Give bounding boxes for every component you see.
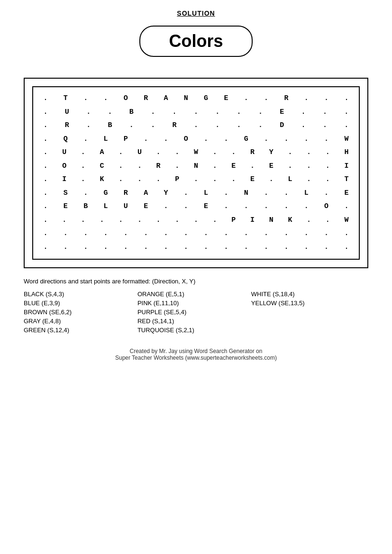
grid-cell: E bbox=[225, 160, 242, 173]
grid-cell: N bbox=[263, 214, 280, 227]
grid-cell: . bbox=[37, 187, 54, 200]
grid-cell: . bbox=[150, 173, 167, 187]
grid-cell: . bbox=[338, 227, 355, 241]
grid-row: .T..ORANGE..R... bbox=[37, 92, 355, 106]
grid-cell: . bbox=[169, 146, 186, 160]
grid-cell: . bbox=[80, 106, 97, 119]
grid-cell: . bbox=[263, 173, 280, 187]
grid-cell: G bbox=[97, 187, 114, 200]
grid-cell: . bbox=[112, 160, 129, 173]
grid-cell: . bbox=[131, 160, 148, 173]
grid-cell: O bbox=[177, 133, 194, 146]
grid-row: .S.GRAY.L.N..L.E bbox=[37, 187, 355, 200]
title-box: Colors bbox=[139, 26, 252, 57]
grid-cell: . bbox=[319, 214, 336, 227]
grid-cell: . bbox=[74, 173, 91, 187]
grid-cell: . bbox=[169, 214, 186, 227]
grid-cell: P bbox=[117, 133, 134, 146]
grid-cell: . bbox=[77, 92, 94, 106]
grid-cell: . bbox=[282, 146, 299, 160]
grid-cell: . bbox=[318, 133, 335, 146]
grid-cell: T bbox=[57, 92, 74, 106]
word-item: BLACK (S,4,3) bbox=[24, 291, 137, 298]
grid-cell: . bbox=[188, 214, 205, 227]
grid-cell: . bbox=[112, 173, 129, 187]
grid-cell: . bbox=[198, 133, 215, 146]
grid-cell: N bbox=[237, 187, 255, 200]
grid-cell: . bbox=[218, 200, 235, 214]
grid-cell: . bbox=[316, 119, 333, 133]
grid-cell: . bbox=[258, 133, 275, 146]
grid-cell: . bbox=[74, 214, 91, 227]
grid-cell: E bbox=[218, 92, 235, 106]
grid-cell: . bbox=[177, 241, 194, 254]
word-item: TURQUOISE (S,2,1) bbox=[137, 327, 251, 334]
word-item: ORANGE (E,5,1) bbox=[137, 291, 251, 298]
grid-cell: . bbox=[338, 200, 355, 214]
grid-row: ..........PINK..W bbox=[37, 214, 355, 227]
grid-cell: . bbox=[57, 227, 74, 241]
grid-row: .I.K...P...E.L..T bbox=[37, 173, 355, 187]
grid-cell: . bbox=[298, 227, 315, 241]
grid-cell: . bbox=[150, 214, 167, 227]
grid-cell: Y bbox=[157, 187, 174, 200]
grid-cell: . bbox=[37, 173, 54, 187]
page-header: SOLUTION bbox=[19, 9, 373, 17]
grid-row: .U..B......E... bbox=[37, 106, 355, 119]
grid-cell: . bbox=[131, 214, 148, 227]
grid-cell: . bbox=[74, 146, 91, 160]
grid-cell: . bbox=[237, 200, 255, 214]
grid-cell: . bbox=[206, 146, 223, 160]
word-item: GREEN (S,12,4) bbox=[24, 327, 137, 334]
word-item: WHITE (S,18,4) bbox=[251, 291, 365, 298]
grid-cell: . bbox=[295, 119, 312, 133]
grid-cell: . bbox=[123, 119, 140, 133]
grid-cell: . bbox=[301, 146, 318, 160]
grid-cell: . bbox=[166, 106, 183, 119]
grid-cell: . bbox=[112, 146, 129, 160]
grid-cell: . bbox=[137, 227, 155, 241]
grid-cell: . bbox=[37, 133, 54, 146]
grid-cell: . bbox=[244, 160, 261, 173]
grid-cell: A bbox=[93, 146, 110, 160]
grid-cell: . bbox=[301, 173, 318, 187]
grid-cell: E bbox=[198, 200, 215, 214]
footer-line2: Super Teacher Worksheets (www.superteach… bbox=[19, 354, 373, 361]
grid-cell: B bbox=[101, 119, 119, 133]
grid-cell: . bbox=[97, 92, 114, 106]
grid-cell: . bbox=[258, 241, 275, 254]
grid-cell: . bbox=[56, 214, 73, 227]
grid-cell: U bbox=[58, 106, 75, 119]
grid-cell: . bbox=[80, 119, 97, 133]
grid-cell: . bbox=[218, 187, 235, 200]
grid-cell: G bbox=[198, 92, 215, 106]
grid-cell: . bbox=[318, 241, 335, 254]
grid-cell: B bbox=[123, 106, 140, 119]
grid-cell: . bbox=[209, 106, 226, 119]
grid-cell: . bbox=[77, 187, 94, 200]
grid-cell: . bbox=[237, 227, 255, 241]
grid-cell: E bbox=[338, 187, 355, 200]
grid-cell: . bbox=[282, 160, 299, 173]
grid-cell: . bbox=[252, 106, 269, 119]
directions-label: Word directions and start points are for… bbox=[24, 278, 368, 285]
word-item: RED (S,14,1) bbox=[137, 318, 251, 325]
grid-cell: . bbox=[230, 119, 247, 133]
grid-cell: B bbox=[77, 200, 94, 214]
grid-cell: W bbox=[338, 133, 355, 146]
grid-cell: . bbox=[37, 214, 54, 227]
grid-cell: . bbox=[237, 241, 255, 254]
grid-cell: . bbox=[258, 200, 275, 214]
grid-cell: I bbox=[338, 160, 355, 173]
grid-cell: W bbox=[338, 214, 355, 227]
grid-cell: . bbox=[187, 119, 204, 133]
grid-cell: . bbox=[77, 227, 94, 241]
grid-cell: O bbox=[318, 200, 335, 214]
grid-cell: A bbox=[157, 92, 174, 106]
grid-cell: . bbox=[316, 106, 333, 119]
grid-cell: . bbox=[206, 214, 223, 227]
grid-cell: . bbox=[37, 119, 54, 133]
grid-cell: R bbox=[166, 119, 183, 133]
grid-cell: . bbox=[117, 227, 134, 241]
grid-cell: . bbox=[169, 160, 186, 173]
